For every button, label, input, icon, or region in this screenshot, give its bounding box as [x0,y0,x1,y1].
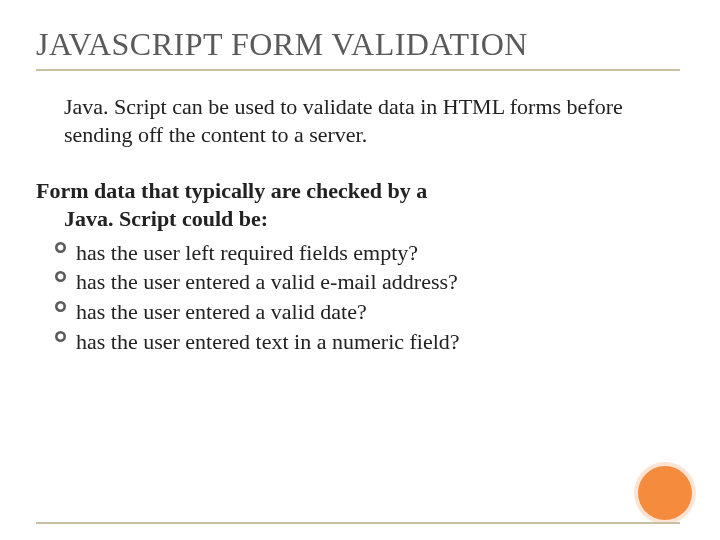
list-item: has the user left required fields empty? [54,238,680,268]
slide: JAVASCRIPT FORM VALIDATION Java. Script … [0,0,720,540]
list-item: has the user entered a valid date? [54,297,680,327]
svg-point-3 [56,332,64,340]
svg-point-0 [56,243,64,251]
list-item-text: has the user entered a valid e-mail addr… [76,269,458,294]
list-item: has the user entered a valid e-mail addr… [54,267,680,297]
list-item-text: has the user entered a valid date? [76,299,367,324]
list-item: has the user entered text in a numeric f… [54,327,680,357]
subheading-line-2: Java. Script could be: [36,205,676,233]
slide-title: JAVASCRIPT FORM VALIDATION [36,26,680,63]
list-item-text: has the user left required fields empty? [76,240,418,265]
ring-bullet-icon [54,241,67,254]
decorative-circle-icon [638,466,692,520]
subheading-line-1: Form data that typically are checked by … [36,178,427,203]
bottom-divider [36,522,680,524]
ring-bullet-icon [54,270,67,283]
bullet-list: has the user left required fields empty?… [36,238,680,357]
subheading: Form data that typically are checked by … [36,177,676,233]
ring-bullet-icon [54,330,67,343]
svg-point-2 [56,302,64,310]
intro-paragraph: Java. Script can be used to validate dat… [64,93,664,149]
title-divider [36,69,680,71]
svg-point-1 [56,273,64,281]
list-item-text: has the user entered text in a numeric f… [76,329,460,354]
ring-bullet-icon [54,300,67,313]
